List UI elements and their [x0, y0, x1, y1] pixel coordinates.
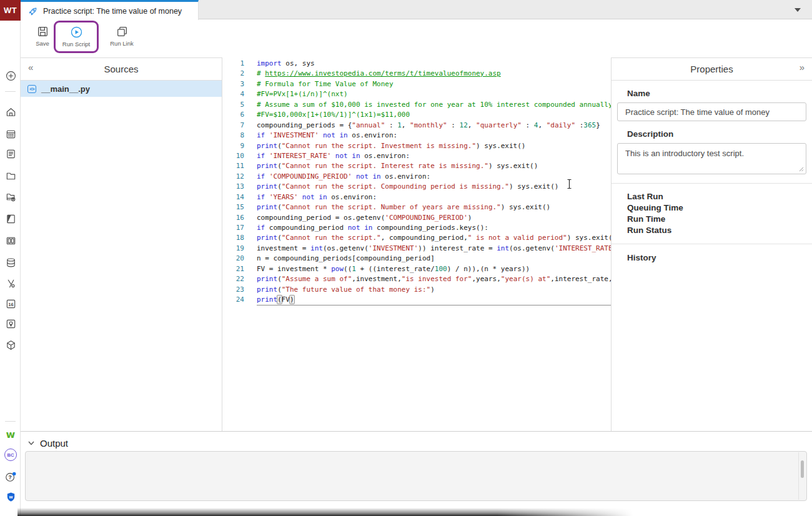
help-icon[interactable]: ?	[4, 470, 17, 483]
code-token: compounding_periods = {	[257, 121, 352, 129]
save-icon	[36, 25, 49, 38]
help-glyph: ?	[8, 474, 11, 480]
code-token: os.environ:	[327, 193, 377, 201]
code-line-text: compounding_periods = {"annual" : 1, "mo…	[257, 121, 611, 131]
line-number: 22	[222, 274, 244, 284]
run-link-button[interactable]: Run Link	[106, 25, 138, 47]
code-line[interactable]: 4#FV=PVx[1+(i/n)]^(nxt)	[222, 89, 611, 99]
code-line[interactable]: 12if 'COMPOUNDING_PERIOD' not in os.envi…	[222, 172, 611, 182]
code-line-text: print("Cannot run the script. Compoundin…	[257, 182, 611, 192]
description-input[interactable]: This is an introductory test script.	[617, 143, 806, 174]
code-token: n = compounding_periods[compounding_peri…	[257, 254, 435, 262]
tab-dropdown-caret[interactable]	[795, 8, 801, 12]
code-token: if	[257, 172, 265, 181]
code-line[interactable]: 9print("Cannot run the script. Investmen…	[222, 141, 611, 151]
code-line[interactable]: 1import os, sys	[222, 59, 611, 69]
output-box[interactable]	[25, 451, 807, 501]
code-line[interactable]: 13print("Cannot run the script. Compound…	[222, 182, 611, 192]
code-token: ,	[538, 121, 546, 129]
w-logo-text: w	[6, 429, 16, 440]
code-token: os.environ:	[360, 152, 410, 160]
collapse-properties-icon[interactable]: »	[800, 62, 805, 72]
badge-icon[interactable]: w	[4, 490, 17, 503]
code-token: # Assume a sum of $10,000 is invested fo…	[257, 101, 611, 109]
save-button[interactable]: Save	[29, 25, 56, 47]
package-icon[interactable]	[4, 339, 17, 351]
layout-icon[interactable]	[4, 234, 17, 247]
book-icon[interactable]	[4, 212, 17, 225]
code-line[interactable]: 6#FV=$10,000x[1+(10%/1)]^(1x1)=$11,000	[222, 110, 611, 120]
code-line[interactable]: 24print(FV)	[222, 295, 611, 305]
run-script-button-label: Run Script	[62, 41, 90, 47]
code-token	[331, 152, 335, 160]
date-icon[interactable]: 16	[4, 297, 17, 310]
output-scrollbar-thumb[interactable]	[801, 460, 804, 478]
home-icon[interactable]	[4, 106, 17, 118]
collapse-sources-icon[interactable]: «	[28, 62, 33, 72]
sources-title: Sources	[104, 64, 138, 74]
code-line-text: #FV=$10,000x[1+(10%/1)]^(1x1)=$11,000	[257, 110, 611, 120]
database-icon[interactable]	[4, 256, 17, 269]
line-number: 19	[222, 244, 244, 254]
code-token: )	[289, 295, 295, 304]
code-line[interactable]: 8if 'INVESTMENT' not in os.environ:	[222, 131, 611, 141]
code-token: # Formula for Time Value of Money	[257, 80, 394, 88]
code-token: ) sys.exit()	[567, 234, 611, 242]
notes-icon[interactable]	[4, 147, 17, 160]
code-token: if	[257, 131, 265, 139]
run-script-button[interactable]: Run Script	[59, 26, 93, 47]
code-token: 'YEARS'	[269, 193, 298, 201]
code-line-text: if 'COMPOUNDING_PERIOD' not in os.enviro…	[257, 172, 611, 182]
app-logo[interactable]: WT	[0, 0, 21, 21]
code-token: )	[430, 285, 435, 294]
code-token: :	[385, 121, 397, 129]
code-line-text: print("Cannot run the script. Interest r…	[257, 161, 611, 171]
user-avatar[interactable]: BC	[4, 449, 17, 461]
code-line[interactable]: 14if 'YEARS' not in os.environ:	[222, 192, 611, 202]
code-line[interactable]: 10if 'INTEREST_RATE' not in os.environ:	[222, 151, 611, 161]
code-line-text: investment = int(os.getenv('INVESTMENT')…	[257, 244, 611, 254]
line-number: 7	[222, 121, 244, 131]
code-line[interactable]: 18print("Cannot run the script.", compou…	[222, 233, 611, 243]
more-icon[interactable]: ...	[4, 510, 17, 516]
code-line[interactable]: 21FV = investment * pow((1 + ((interest_…	[222, 264, 611, 274]
code-line[interactable]: 5# Assume a sum of $10,000 is invested f…	[222, 100, 611, 110]
badge-glyph: w	[8, 494, 12, 499]
code-line[interactable]: 7compounding_periods = {"annual" : 1, "m…	[222, 121, 611, 131]
resize-grip-icon[interactable]	[798, 166, 804, 172]
file-item[interactable]: <>__main__.py	[21, 81, 222, 97]
code-editor[interactable]: 1import os, sys2# https://www.investoped…	[222, 57, 611, 431]
avatar-initials: BC	[4, 449, 17, 461]
code-line[interactable]: 19investment = int(os.getenv('INVESTMENT…	[222, 244, 611, 254]
name-input[interactable]	[617, 102, 806, 121]
code-line[interactable]: 11print("Cannot run the script. Interest…	[222, 161, 611, 171]
code-line[interactable]: 16compounding_period = os.getenv('COMPOU…	[222, 213, 611, 223]
code-line[interactable]: 22print("Assume a sum of",investment,"is…	[222, 274, 611, 284]
code-token: (	[277, 162, 282, 170]
code-line[interactable]: 20n = compounding_periods[compounding_pe…	[222, 254, 611, 264]
properties-panel: Properties » Name Description This is an…	[611, 57, 812, 431]
code-line[interactable]: 2# https://www.investopedia.com/terms/t/…	[222, 69, 611, 79]
file-name: __main__.py	[41, 84, 90, 94]
code-line[interactable]: 3# Formula for Time Value of Money	[222, 79, 611, 89]
code-line[interactable]: 15print("Cannot run the script. Number o…	[222, 202, 611, 212]
folder-icon[interactable]	[4, 169, 17, 182]
tab-practice-script[interactable]: Practice script: The time value of money	[21, 0, 199, 20]
code-token: :	[447, 121, 460, 129]
code-line-text: print("Assume a sum of",investment,"is i…	[257, 274, 611, 284]
code-token: print	[257, 295, 277, 304]
sources-header: « Sources	[21, 58, 222, 81]
code-line-text: n = compounding_periods[compounding_peri…	[257, 254, 611, 264]
calendar-icon[interactable]	[4, 127, 17, 140]
idea-icon[interactable]	[4, 317, 17, 330]
code-line[interactable]: 17if compounding_period not in compoundi…	[222, 223, 611, 233]
w-logo-icon[interactable]: w	[4, 428, 17, 440]
code-token: "year(s) at"	[501, 275, 550, 283]
add-icon[interactable]	[4, 69, 17, 82]
code-line[interactable]: 23print("The future value of that money …	[222, 285, 611, 295]
code-token: not	[302, 193, 315, 201]
shared-folder-icon[interactable]	[4, 191, 17, 203]
output-header[interactable]: Output	[21, 432, 812, 449]
code-line-text: print("Cannot run the script. Number of …	[257, 202, 611, 212]
formula-icon[interactable]	[4, 277, 17, 289]
